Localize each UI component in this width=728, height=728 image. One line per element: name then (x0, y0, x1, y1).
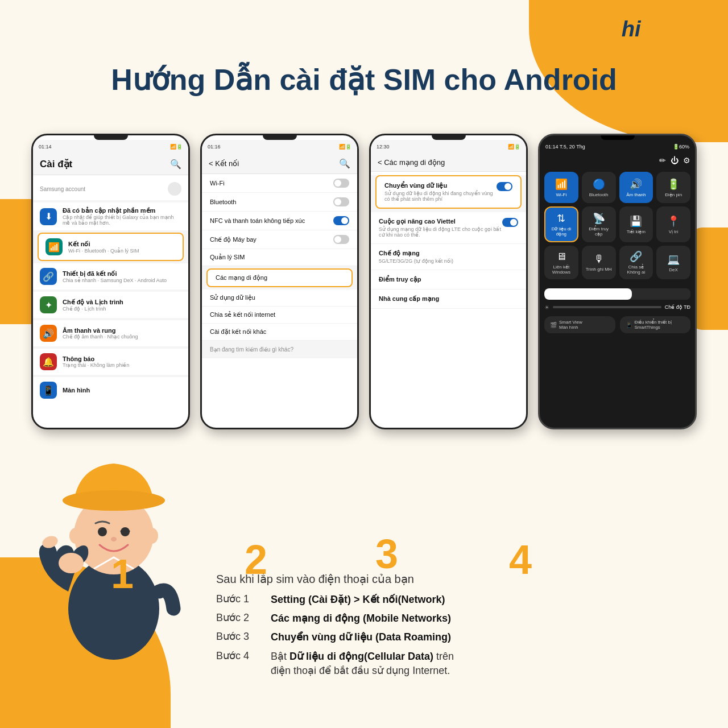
conn-wifi[interactable]: Wi-Fi (202, 174, 357, 193)
brightness-bar (553, 306, 661, 308)
settings-item-sound[interactable]: 🔊 Âm thanh và rung Chế độ âm thanh · Nhạ… (33, 320, 188, 346)
settings-item-text: Thông báo Trạng thái · Không làm phiền (63, 355, 181, 368)
settings-item-sub: Chế độ · Lịch trình (63, 306, 181, 312)
qs-save[interactable]: 💾 Tiết kiệm (619, 206, 653, 242)
qs-share[interactable]: 🔗 Chia sẻ Không ai (619, 246, 653, 279)
network-volte[interactable]: Cuộc gọi nâng cao Viettel Sử dụng mạng d… (371, 212, 526, 244)
phone-4-status-bar: 01:14 T.5, 20 Thg 🔋60% (540, 140, 695, 154)
logo-roam: roam (647, 17, 700, 41)
roaming-sub: Sử dụng dữ liệu di động khi đang chuyển … (384, 191, 497, 202)
qs-bluetooth[interactable]: 🔵 Bluetooth (582, 172, 616, 203)
battery-qs-icon: 🔋 (667, 178, 680, 191)
quick-settings-grid: 📶 Wi-Fi 🔵 Bluetooth 🔊 Âm thanh 🔋 Điện pi… (540, 167, 695, 284)
search-icon[interactable]: 🔍 (170, 159, 181, 169)
settings-item-title: Âm thanh và rung (63, 327, 181, 334)
settings-item-sub: Chế độ âm thanh · Nhạc chuông (63, 334, 181, 340)
smart-things-label: Điều khiển thiết bị SmartThings (635, 320, 685, 330)
nfc-toggle[interactable] (333, 216, 349, 225)
settings-item-display[interactable]: 📱 Màn hình (33, 377, 188, 403)
network-mode[interactable]: Chế độ mạng 5G/LTE/3G/2G (tự động kết nố… (371, 244, 526, 270)
phone-1-status-bar: 01:14 📶🔋 (33, 140, 188, 154)
network-apn[interactable]: Điểm truy cập (371, 270, 526, 289)
qs-dex[interactable]: 💻 DeX (656, 246, 690, 279)
link-windows-icon: 🖥 (556, 251, 566, 263)
search-icon[interactable]: 🔍 (339, 158, 350, 169)
settings-item-devices[interactable]: 🔗 Thiết bị đã kết nối Chia sẻ nhanh · Sa… (33, 263, 188, 289)
phone-1-header: Cài đặt 🔍 (33, 154, 188, 175)
smart-things-btn[interactable]: 📱 Điều khiển thiết bị SmartThings (620, 316, 691, 333)
roaming-toggle[interactable] (497, 182, 512, 191)
power-icon[interactable]: ⏻ (671, 156, 679, 165)
conn-data-usage[interactable]: Sử dụng dữ liệu (202, 289, 357, 307)
settings-icon[interactable]: ⚙ (683, 156, 690, 165)
conn-sim-manager[interactable]: Quản lý SIM (202, 249, 357, 266)
brightness-slider[interactable] (544, 288, 690, 300)
step-badge-1: 1 (111, 553, 134, 594)
volte-toggle[interactable] (502, 218, 518, 227)
hotspot-qs-icon: 📡 (593, 212, 605, 225)
brand-logo: hi roam (622, 17, 700, 42)
conn-bluetooth[interactable]: Bluetooth (202, 193, 357, 212)
settings-item-sub: Chia sẻ nhanh · Samsung DeX · Android Au… (63, 278, 181, 283)
conn-label: Bluetooth (210, 198, 236, 205)
status-icons: 🔋60% (673, 144, 689, 150)
phone-2-status-bar: 01:16 📶🔋 (202, 140, 357, 154)
mobile-data-qs-icon: ⇅ (557, 212, 565, 225)
qs-recorder[interactable]: 🎙 Trình ghi MH (582, 246, 616, 279)
phone-2-back[interactable]: < Kết nối (209, 159, 239, 168)
phone-4-quick-settings: 01:14 T.5, 20 Thg 🔋60% ✏ ⏻ ⚙ 📶 Wi-Fi 🔵 B… (538, 134, 697, 429)
airplane-toggle[interactable] (333, 235, 349, 244)
settings-item-text: Đã có bản cập nhật phần mềm Cập nhật để … (63, 207, 181, 226)
settings-item-text: Màn hình (63, 387, 181, 394)
settings-item-update[interactable]: ⬇ Đã có bản cập nhật phần mềm Cập nhật đ… (33, 202, 188, 230)
conn-airplane[interactable]: Chế độ Máy bay (202, 230, 357, 249)
step-3-detail: Chuyển vùng dữ liệu (Data Roaming) (271, 630, 694, 644)
sound-qs-label: Âm thanh (626, 192, 646, 197)
wifi-qs-label: Wi-Fi (556, 192, 567, 197)
qs-location[interactable]: 📍 Vị trí (656, 206, 690, 242)
dark-mode-label[interactable]: Chế độ TĐ (665, 304, 690, 311)
phone-1-notch (94, 135, 128, 140)
qs-mobile-data[interactable]: ⇅ Dữ liệu di động (544, 206, 578, 242)
network-operator[interactable]: Nhà cung cấp mạng (371, 289, 526, 309)
phone-4-notch (601, 135, 635, 140)
settings-item-network[interactable]: 📶 Kết nối Wi-Fi · Bluetooth · Quản lý SI… (38, 233, 184, 261)
modes-icon: ✦ (40, 296, 57, 313)
step-badge-2: 2 (245, 539, 267, 580)
wifi-toggle[interactable] (333, 179, 349, 188)
conn-hotspot[interactable]: Chia sẻ kết nối internet (202, 307, 357, 324)
settings-item-notifications[interactable]: 🔔 Thông báo Trạng thái · Không làm phiền (33, 349, 188, 375)
status-time: 01:14 T.5, 20 Thg (545, 144, 585, 150)
step-2-label: Bước 2 (216, 611, 262, 624)
settings-item-title: Kết nối (68, 241, 176, 248)
qs-wifi[interactable]: 📶 Wi-Fi (544, 172, 578, 203)
step-badge-3: 3 (375, 533, 398, 574)
smart-view-btn[interactable]: 🎬 Smart ViewMàn hình (544, 316, 615, 333)
instruction-row-4: Bước 4 Bật Dữ liệu di động(Cellular Data… (216, 650, 694, 678)
svg-point-5 (98, 527, 107, 536)
qs-hotspot[interactable]: 📡 Điểm truy cập (582, 206, 616, 242)
conn-more-settings[interactable]: Cài đặt kết nối khác (202, 324, 357, 341)
instructions-panel: Sau khi lắp sim vào điện thoại của bạn B… (216, 572, 694, 682)
step-1-label: Bước 1 (216, 593, 262, 605)
phone-3-header: < Các mạng di động (371, 154, 526, 172)
network-data-roaming[interactable]: Chuyển vùng dữ liệu Sử dụng dữ liệu di đ… (375, 175, 522, 209)
qs-battery[interactable]: 🔋 Điện pin (656, 172, 690, 203)
conn-nfc[interactable]: NFC và thanh toán không tiếp xúc (202, 212, 357, 230)
settings-item-modes[interactable]: ✦ Chế độ và Lịch trình Chế độ · Lịch trì… (33, 292, 188, 318)
location-qs-icon: 📍 (667, 215, 680, 228)
phone-3-status-bar: 12:30 📶🔋 (371, 140, 526, 154)
status-icons: 📶🔋 (170, 144, 183, 150)
settings-item-title: Đã có bản cập nhật phần mềm (63, 207, 181, 214)
phone-3-back[interactable]: < Các mạng di động (378, 158, 445, 167)
qs-sound[interactable]: 🔊 Âm thanh (619, 172, 653, 203)
conn-mobile-networks[interactable]: Các mạng di động (206, 268, 353, 287)
dex-label: DeX (669, 267, 678, 272)
qs-link-windows[interactable]: 🖥 Liên kết Windows (544, 246, 578, 279)
phone-1-title: Cài đặt (40, 158, 72, 170)
settings-item-title: Màn hình (63, 387, 181, 394)
logo-hi: hi (622, 17, 641, 41)
bluetooth-toggle[interactable] (333, 197, 349, 206)
edit-icon[interactable]: ✏ (659, 156, 666, 165)
apn-title: Điểm truy cập (379, 276, 518, 283)
